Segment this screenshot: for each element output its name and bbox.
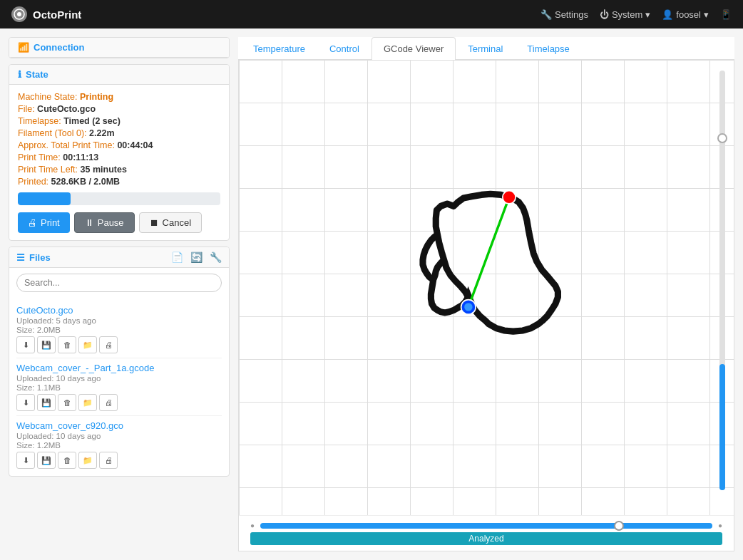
file-size-1: Size: 2.0MB	[16, 326, 222, 334]
progress-bar	[18, 192, 71, 205]
file-delete-btn-2[interactable]: 🗑	[58, 394, 76, 411]
list-item: CuteOcto.gco Uploaded: 5 days ago Size: …	[16, 301, 222, 358]
print-time-left-row: Print Time Left: 35 minutes	[18, 165, 220, 175]
pause-icon: ⏸	[85, 217, 94, 228]
machine-state-row: Machine State: Printing	[18, 92, 220, 102]
file-print-btn-3[interactable]: 🖨	[99, 452, 118, 469]
logo-icon	[11, 6, 27, 22]
user-link[interactable]: 👤 foosel ▾	[662, 9, 709, 20]
refresh-icon[interactable]: 🔄	[190, 252, 203, 263]
state-panel: ℹ State Machine State: Printing File: Cu…	[9, 64, 230, 241]
analyzed-bar: Analyzed	[250, 532, 722, 545]
list-item: Webcam_cover_c920.gco Uploaded: 10 days …	[16, 416, 222, 473]
left-panel: 📶 Connection ℹ State Machine State: Prin…	[9, 37, 230, 551]
file-download-btn-2[interactable]: 💾	[37, 394, 56, 411]
file-actions-3: ⬇ 💾 🗑 📁 🖨	[16, 452, 222, 469]
print-button[interactable]: 🖨 Print	[18, 212, 70, 233]
file-size-3: Size: 1.2MB	[16, 441, 222, 450]
user-icon: 👤	[662, 9, 673, 20]
list-icon: ☰	[16, 252, 25, 263]
stop-icon: ⏹	[150, 217, 159, 228]
slider-right-dot: ●	[718, 522, 722, 529]
slider-left-dot: ●	[250, 522, 255, 529]
file-name-1[interactable]: CuteOcto.gco	[16, 305, 222, 316]
file-row: File: CuteOcto.gco	[18, 104, 220, 114]
state-header: ℹ State	[9, 65, 229, 85]
list-item: Webcam_cover_-_Part_1a.gcode Uploaded: 1…	[16, 358, 222, 416]
horizontal-progress-slider[interactable]	[260, 523, 712, 529]
file-move-btn-2[interactable]: 📁	[78, 394, 97, 411]
file-load-btn-1[interactable]: ⬇	[16, 336, 35, 353]
file-size-2: Size: 1.1MB	[16, 383, 222, 392]
file-move-btn-3[interactable]: 📁	[78, 452, 97, 469]
tab-control[interactable]: Control	[317, 37, 372, 60]
action-buttons: 🖨 Print ⏸ Pause ⏹ Cancel	[18, 212, 220, 233]
main-layout: 📶 Connection ℹ State Machine State: Prin…	[0, 28, 743, 560]
file-print-btn-2[interactable]: 🖨	[99, 394, 118, 411]
header-nav: 🔧 Settings ⏻ System ▾ 👤 foosel ▾ 📱	[540, 9, 732, 20]
gcode-viewer: ● ● Analyzed	[238, 60, 734, 551]
svg-point-3	[503, 191, 516, 204]
svg-point-1	[17, 12, 21, 16]
signal-icon: 📶	[18, 42, 29, 53]
file-list: CuteOcto.gco Uploaded: 5 days ago Size: …	[9, 298, 229, 476]
mobile-icon-link[interactable]: 📱	[720, 9, 732, 20]
progress-container	[18, 192, 220, 205]
files-title: ☰ Files	[16, 252, 51, 263]
file-move-btn-1[interactable]: 📁	[78, 336, 97, 353]
h-slider-container: ● ●	[250, 522, 722, 529]
print-time-row: Print Time: 00:11:13	[18, 152, 220, 162]
file-load-btn-3[interactable]: ⬇	[16, 452, 35, 469]
power-icon: ⏻	[600, 9, 609, 20]
chevron-down-icon-2: ▾	[704, 9, 709, 20]
file-uploaded-1: Uploaded: 5 days ago	[16, 316, 222, 325]
search-input[interactable]	[16, 274, 222, 292]
tab-timelapse[interactable]: Timelapse	[515, 37, 581, 60]
wrench-icon: 🔧	[540, 9, 552, 20]
file-download-btn-3[interactable]: 💾	[37, 452, 56, 469]
grid-background	[239, 60, 734, 515]
vertical-layer-slider[interactable]	[718, 71, 727, 490]
gcode-svg	[239, 60, 734, 515]
connection-header: 📶 Connection	[9, 38, 229, 58]
files-icons: 📄 🔄 🔧	[171, 252, 222, 263]
viewer-canvas	[239, 60, 734, 515]
file-delete-btn-3[interactable]: 🗑	[58, 452, 76, 469]
pause-button[interactable]: ⏸ Pause	[74, 212, 135, 233]
tab-temperature[interactable]: Temperature	[241, 37, 317, 60]
timelapse-row: Timelapse: Timed (2 sec)	[18, 116, 220, 126]
files-panel: ☰ Files 📄 🔄 🔧 CuteOcto.gco Uploaded: 5 d…	[9, 247, 230, 477]
settings-link[interactable]: 🔧 Settings	[540, 9, 588, 20]
svg-line-2	[468, 197, 509, 307]
file-uploaded-3: Uploaded: 10 days ago	[16, 432, 222, 440]
file-name-2[interactable]: Webcam_cover_-_Part_1a.gcode	[16, 363, 222, 373]
wrench-small-icon[interactable]: 🔧	[210, 252, 222, 263]
file-delete-btn-1[interactable]: 🗑	[58, 336, 76, 353]
right-panel: Temperature Control GCode Viewer Termina…	[238, 37, 734, 551]
search-box	[16, 274, 222, 292]
file-uploaded-2: Uploaded: 10 days ago	[16, 374, 222, 383]
state-body: Machine State: Printing File: CuteOcto.g…	[9, 85, 229, 240]
viewer-bottom: ● ● Analyzed	[239, 515, 734, 551]
info-icon: ℹ	[18, 69, 21, 80]
print-icon: 🖨	[28, 217, 37, 228]
tab-gcode-viewer[interactable]: GCode Viewer	[372, 37, 456, 60]
brand: OctoPrint	[11, 6, 81, 22]
file-actions-2: ⬇ 💾 🗑 📁 🖨	[16, 394, 222, 411]
new-file-icon[interactable]: 📄	[171, 252, 183, 263]
mobile-icon: 📱	[720, 9, 732, 20]
file-actions-1: ⬇ 💾 🗑 📁 🖨	[16, 336, 222, 353]
brand-name: OctoPrint	[33, 9, 81, 21]
cancel-button[interactable]: ⏹ Cancel	[139, 212, 202, 233]
svg-point-5	[464, 303, 472, 311]
approx-row: Approx. Total Print Time: 00:44:04	[18, 140, 220, 150]
filament-row: Filament (Tool 0): 2.22m	[18, 128, 220, 138]
file-print-btn-1[interactable]: 🖨	[99, 336, 118, 353]
file-load-btn-2[interactable]: ⬇	[16, 394, 35, 411]
tab-bar: Temperature Control GCode Viewer Termina…	[238, 37, 734, 60]
connection-panel: 📶 Connection	[9, 37, 230, 58]
system-link[interactable]: ⏻ System ▾	[600, 9, 650, 20]
file-name-3[interactable]: Webcam_cover_c920.gco	[16, 420, 222, 431]
file-download-btn-1[interactable]: 💾	[37, 336, 56, 353]
tab-terminal[interactable]: Terminal	[456, 37, 515, 60]
